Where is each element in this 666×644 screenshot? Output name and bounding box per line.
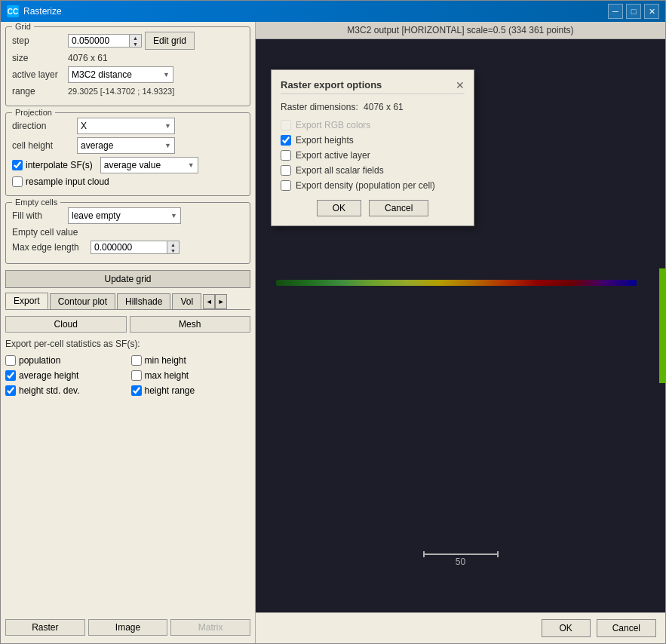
mesh-button[interactable]: Mesh: [130, 316, 251, 333]
close-button[interactable]: ✕: [644, 4, 659, 19]
max-edge-input[interactable]: [91, 241, 167, 253]
average-height-checkbox[interactable]: [5, 370, 16, 381]
range-label: range: [12, 86, 65, 97]
fill-with-label: Fill with: [12, 210, 65, 221]
matrix-button[interactable]: Matrix: [170, 619, 250, 636]
raster-export-modal: Raster export options ✕ Raster dimension…: [271, 69, 474, 226]
max-edge-input-container: ▲ ▼: [91, 241, 180, 254]
export-buttons: Cloud Mesh: [5, 316, 250, 333]
stat-min-height: min height: [131, 355, 251, 366]
export-density-checkbox[interactable]: [281, 180, 291, 191]
interpolate-select[interactable]: average value ▼: [100, 157, 198, 173]
direction-row: direction X ▼: [12, 118, 244, 134]
height-range-label: height range: [145, 385, 195, 396]
stat-average-height: average height: [5, 370, 125, 381]
max-height-label: max height: [145, 370, 189, 381]
export-rgb-checkbox[interactable]: [281, 120, 291, 130]
raster-button[interactable]: Raster: [5, 619, 85, 636]
cell-height-select[interactable]: average ▼: [77, 137, 175, 154]
cloud-button[interactable]: Cloud: [5, 316, 127, 333]
fill-with-arrow-icon: ▼: [170, 212, 177, 219]
active-layer-label: active layer: [12, 69, 65, 80]
tabs-container: Export Contour plot Hillshade Vol ◄ ►: [5, 293, 250, 310]
export-heights-label: Export heights: [296, 135, 354, 146]
direction-arrow-icon: ▼: [164, 122, 171, 130]
population-checkbox[interactable]: [5, 355, 16, 366]
export-all-scalar-label: Export all scalar fields: [296, 165, 384, 176]
cell-height-arrow-icon: ▼: [164, 142, 171, 149]
interpolate-checkbox[interactable]: [12, 160, 23, 170]
min-height-label: min height: [145, 355, 186, 366]
modal-buttons: OK Cancel: [281, 200, 465, 216]
maximize-button[interactable]: □: [626, 4, 641, 19]
step-input[interactable]: [69, 35, 129, 47]
modal-title: Raster export options ✕: [281, 79, 465, 94]
ok-button[interactable]: OK: [542, 619, 591, 637]
active-layer-select[interactable]: M3C2 distance ▼: [68, 66, 173, 83]
export-density-label: Export density (population per cell): [296, 180, 435, 191]
fill-with-select[interactable]: leave empty ▼: [68, 207, 181, 224]
max-edge-down-btn[interactable]: ▼: [167, 247, 179, 253]
direction-label: direction: [12, 121, 72, 131]
tab-contour-plot[interactable]: Contour plot: [50, 293, 115, 309]
export-active-layer-label: Export active layer: [296, 150, 370, 161]
export-active-layer-row: Export active layer: [281, 150, 465, 161]
fill-with-value: leave empty: [72, 210, 121, 221]
cancel-button[interactable]: Cancel: [597, 619, 656, 637]
max-edge-row: Max edge length ▲ ▼: [12, 241, 244, 254]
tab-hillshade[interactable]: Hillshade: [117, 293, 170, 309]
max-height-checkbox[interactable]: [131, 370, 142, 381]
tab-vol[interactable]: Vol: [172, 293, 201, 309]
minimize-button[interactable]: ─: [608, 4, 623, 19]
raster-image-matrix-buttons: Raster Image Matrix: [5, 619, 250, 636]
step-up-btn[interactable]: ▲: [130, 35, 141, 41]
interpolate-value: average value: [104, 160, 161, 170]
main-content: Grid step ▲ ▼ Edit grid size 4076 x 61: [1, 22, 665, 643]
viz-header: M3C2 output [HORIZONTAL] scale=0.5 (334 …: [256, 22, 665, 39]
update-grid-button[interactable]: Update grid: [5, 270, 250, 288]
resample-label: resample input cloud: [26, 176, 109, 187]
grid-group-title: Grid: [12, 22, 34, 31]
height-std-dev-checkbox[interactable]: [5, 385, 16, 396]
direction-select[interactable]: X ▼: [77, 118, 175, 134]
height-std-dev-label: height std. dev.: [19, 385, 80, 396]
image-button[interactable]: Image: [88, 619, 168, 636]
tab-nav-next[interactable]: ►: [215, 294, 227, 309]
step-label: step: [12, 35, 65, 46]
fill-with-row: Fill with leave empty ▼: [12, 207, 244, 224]
modal-close-button[interactable]: ✕: [456, 79, 465, 91]
empty-cell-value-row: Empty cell value: [12, 227, 244, 238]
stats-grid: population min height average height max…: [5, 355, 250, 398]
title-bar: CC Rasterize ─ □ ✕: [1, 1, 665, 22]
edit-grid-button[interactable]: Edit grid: [145, 32, 195, 50]
max-edge-up-btn[interactable]: ▲: [167, 241, 179, 247]
population-label: population: [19, 355, 60, 366]
step-down-btn[interactable]: ▼: [130, 41, 141, 47]
empty-cells-title: Empty cells: [12, 198, 60, 207]
height-range-checkbox[interactable]: [131, 385, 142, 396]
raster-dim-value: 4076 x 61: [364, 102, 404, 112]
main-window: CC Rasterize ─ □ ✕ Grid step ▲: [0, 0, 666, 644]
export-heights-checkbox[interactable]: [281, 135, 291, 146]
resample-checkbox[interactable]: [12, 176, 23, 187]
empty-cells-group: Empty cells Fill with leave empty ▼ Empt…: [5, 202, 250, 264]
step-input-container: ▲ ▼: [68, 34, 142, 48]
resample-row: resample input cloud: [12, 176, 244, 187]
main-bottom-buttons: OK Cancel: [256, 612, 665, 643]
export-density-row: Export density (population per cell): [281, 180, 465, 191]
modal-cancel-button[interactable]: Cancel: [369, 200, 428, 216]
export-heights-row: Export heights: [281, 135, 465, 146]
window-title: Rasterize: [23, 6, 62, 17]
modal-ok-button[interactable]: OK: [317, 200, 361, 216]
empty-cell-value-label: Empty cell value: [12, 227, 87, 238]
export-all-scalar-checkbox[interactable]: [281, 165, 291, 176]
interpolate-row: interpolate SF(s) average value ▼: [12, 157, 244, 173]
stat-height-std-dev: height std. dev.: [5, 385, 125, 396]
active-layer-row: active layer M3C2 distance ▼: [12, 66, 244, 83]
right-panel: M3C2 output [HORIZONTAL] scale=0.5 (334 …: [256, 22, 665, 643]
export-active-layer-checkbox[interactable]: [281, 150, 291, 161]
tab-nav-prev[interactable]: ◄: [203, 294, 215, 309]
min-height-checkbox[interactable]: [131, 355, 142, 366]
tab-export[interactable]: Export: [5, 293, 48, 309]
average-height-label: average height: [19, 370, 78, 381]
